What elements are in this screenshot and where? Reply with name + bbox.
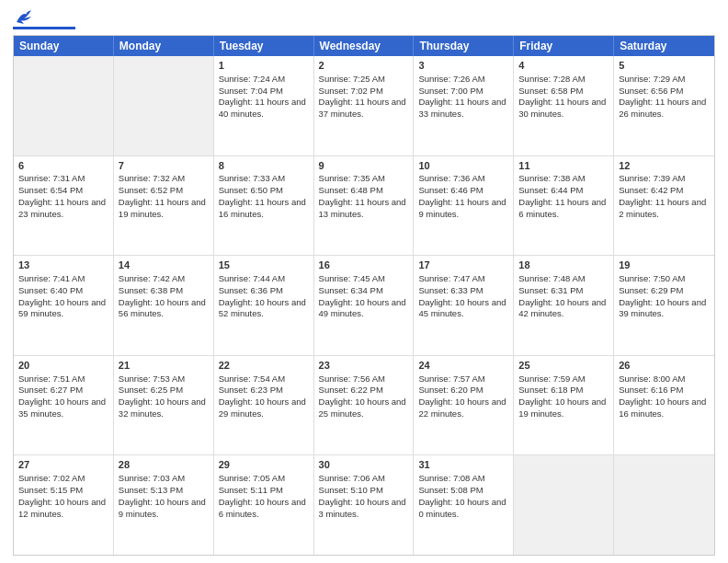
daylight-text: Daylight: 11 hours and 16 minutes. bbox=[219, 197, 306, 219]
daylight-text: Daylight: 10 hours and 42 minutes. bbox=[518, 297, 606, 319]
daylight-text: Daylight: 11 hours and 13 minutes. bbox=[319, 197, 406, 219]
sunset-text: Sunset: 7:00 PM bbox=[418, 86, 483, 96]
sunrise-text: Sunrise: 7:41 AM bbox=[18, 273, 85, 283]
calendar-cell bbox=[14, 56, 114, 155]
sunrise-text: Sunrise: 7:44 AM bbox=[219, 273, 285, 283]
day-number: 22 bbox=[219, 359, 309, 373]
header bbox=[13, 9, 715, 29]
day-number: 28 bbox=[119, 458, 209, 472]
calendar-body: 1Sunrise: 7:24 AMSunset: 7:04 PMDaylight… bbox=[14, 56, 714, 555]
sunset-text: Sunset: 7:02 PM bbox=[319, 86, 383, 96]
day-number: 18 bbox=[518, 259, 609, 272]
sunset-text: Sunset: 6:20 PM bbox=[418, 385, 483, 395]
daylight-text: Daylight: 11 hours and 9 minutes. bbox=[418, 197, 506, 219]
header-day-sunday: Sunday bbox=[14, 36, 114, 56]
header-day-saturday: Saturday bbox=[614, 36, 714, 56]
sunrise-text: Sunrise: 7:29 AM bbox=[619, 74, 685, 84]
sunrise-text: Sunrise: 7:45 AM bbox=[319, 273, 385, 283]
daylight-text: Daylight: 11 hours and 37 minutes. bbox=[319, 97, 406, 119]
day-number: 30 bbox=[319, 458, 409, 472]
daylight-text: Daylight: 11 hours and 40 minutes. bbox=[219, 97, 306, 119]
daylight-text: Daylight: 11 hours and 23 minutes. bbox=[18, 197, 106, 219]
calendar-row-0: 1Sunrise: 7:24 AMSunset: 7:04 PMDaylight… bbox=[14, 56, 714, 156]
sunset-text: Sunset: 6:54 PM bbox=[18, 185, 83, 195]
day-number: 10 bbox=[418, 159, 508, 173]
day-number: 12 bbox=[619, 159, 710, 173]
daylight-text: Daylight: 10 hours and 0 minutes. bbox=[418, 497, 506, 519]
calendar-cell bbox=[514, 455, 614, 555]
calendar-cell: 15Sunrise: 7:44 AMSunset: 6:36 PMDayligh… bbox=[214, 256, 314, 355]
day-number: 5 bbox=[619, 59, 710, 73]
day-number: 15 bbox=[219, 259, 309, 272]
calendar-cell: 28Sunrise: 7:03 AMSunset: 5:13 PMDayligh… bbox=[114, 455, 214, 555]
calendar-cell: 6Sunrise: 7:31 AMSunset: 6:54 PMDaylight… bbox=[14, 156, 114, 256]
sunset-text: Sunset: 5:10 PM bbox=[319, 485, 383, 495]
day-number: 20 bbox=[18, 359, 108, 373]
calendar-cell: 8Sunrise: 7:33 AMSunset: 6:50 PMDaylight… bbox=[214, 156, 314, 256]
calendar: SundayMondayTuesdayWednesdayThursdayFrid… bbox=[13, 35, 715, 556]
header-day-tuesday: Tuesday bbox=[214, 36, 314, 56]
sunset-text: Sunset: 6:46 PM bbox=[418, 185, 483, 195]
daylight-text: Daylight: 10 hours and 29 minutes. bbox=[219, 396, 306, 419]
sunset-text: Sunset: 6:23 PM bbox=[219, 385, 283, 395]
header-day-thursday: Thursday bbox=[414, 36, 514, 56]
calendar-cell: 9Sunrise: 7:35 AMSunset: 6:48 PMDaylight… bbox=[314, 156, 415, 256]
daylight-text: Daylight: 10 hours and 59 minutes. bbox=[18, 297, 106, 319]
calendar-cell: 11Sunrise: 7:38 AMSunset: 6:44 PMDayligh… bbox=[514, 156, 614, 256]
sunrise-text: Sunrise: 7:35 AM bbox=[319, 173, 385, 183]
sunset-text: Sunset: 5:11 PM bbox=[219, 485, 283, 495]
calendar-cell: 10Sunrise: 7:36 AMSunset: 6:46 PMDayligh… bbox=[414, 156, 514, 256]
calendar-row-2: 13Sunrise: 7:41 AMSunset: 6:40 PMDayligh… bbox=[14, 256, 714, 356]
sunset-text: Sunset: 6:40 PM bbox=[18, 285, 83, 295]
sunrise-text: Sunrise: 8:00 AM bbox=[619, 373, 685, 384]
daylight-text: Daylight: 10 hours and 45 minutes. bbox=[418, 297, 506, 319]
calendar-row-1: 6Sunrise: 7:31 AMSunset: 6:54 PMDaylight… bbox=[14, 156, 714, 257]
calendar-cell: 1Sunrise: 7:24 AMSunset: 7:04 PMDaylight… bbox=[214, 56, 314, 155]
sunrise-text: Sunrise: 7:54 AM bbox=[219, 373, 285, 384]
sunset-text: Sunset: 6:36 PM bbox=[219, 285, 283, 295]
calendar-cell: 3Sunrise: 7:26 AMSunset: 7:00 PMDaylight… bbox=[414, 56, 514, 155]
logo-underline bbox=[13, 27, 75, 29]
daylight-text: Daylight: 11 hours and 19 minutes. bbox=[119, 197, 206, 219]
sunrise-text: Sunrise: 7:42 AM bbox=[119, 273, 185, 283]
daylight-text: Daylight: 10 hours and 52 minutes. bbox=[219, 297, 306, 319]
daylight-text: Daylight: 11 hours and 33 minutes. bbox=[418, 97, 506, 119]
sunrise-text: Sunrise: 7:32 AM bbox=[119, 173, 185, 183]
sunset-text: Sunset: 6:29 PM bbox=[619, 285, 683, 295]
sunset-text: Sunset: 5:08 PM bbox=[418, 485, 483, 495]
sunrise-text: Sunrise: 7:57 AM bbox=[418, 373, 484, 384]
sunset-text: Sunset: 6:48 PM bbox=[319, 185, 383, 195]
sunset-text: Sunset: 5:13 PM bbox=[119, 485, 183, 495]
sunset-text: Sunset: 6:52 PM bbox=[119, 185, 183, 195]
header-day-monday: Monday bbox=[114, 36, 214, 56]
calendar-cell bbox=[114, 56, 214, 155]
calendar-cell: 4Sunrise: 7:28 AMSunset: 6:58 PMDaylight… bbox=[514, 56, 614, 155]
sunset-text: Sunset: 6:44 PM bbox=[518, 185, 583, 195]
sunrise-text: Sunrise: 7:08 AM bbox=[418, 473, 484, 483]
calendar-cell: 20Sunrise: 7:51 AMSunset: 6:27 PMDayligh… bbox=[14, 356, 114, 455]
calendar-cell: 30Sunrise: 7:06 AMSunset: 5:10 PMDayligh… bbox=[314, 455, 415, 555]
sunrise-text: Sunrise: 7:02 AM bbox=[18, 473, 85, 483]
day-number: 11 bbox=[518, 159, 609, 173]
day-number: 31 bbox=[418, 458, 508, 472]
sunrise-text: Sunrise: 7:59 AM bbox=[518, 373, 585, 384]
sunrise-text: Sunrise: 7:36 AM bbox=[418, 173, 484, 183]
daylight-text: Daylight: 10 hours and 25 minutes. bbox=[319, 396, 406, 419]
daylight-text: Daylight: 10 hours and 12 minutes. bbox=[18, 497, 106, 519]
sunset-text: Sunset: 6:16 PM bbox=[619, 385, 683, 395]
sunrise-text: Sunrise: 7:03 AM bbox=[119, 473, 185, 483]
day-number: 6 bbox=[18, 159, 108, 173]
calendar-cell: 14Sunrise: 7:42 AMSunset: 6:38 PMDayligh… bbox=[114, 256, 214, 355]
sunrise-text: Sunrise: 7:05 AM bbox=[219, 473, 285, 483]
day-number: 16 bbox=[319, 259, 409, 272]
header-day-friday: Friday bbox=[514, 36, 614, 56]
sunset-text: Sunset: 6:33 PM bbox=[418, 285, 483, 295]
sunrise-text: Sunrise: 7:06 AM bbox=[319, 473, 385, 483]
calendar-cell: 26Sunrise: 8:00 AMSunset: 6:16 PMDayligh… bbox=[614, 356, 714, 455]
daylight-text: Daylight: 11 hours and 2 minutes. bbox=[619, 197, 706, 219]
calendar-cell: 23Sunrise: 7:56 AMSunset: 6:22 PMDayligh… bbox=[314, 356, 415, 455]
sunset-text: Sunset: 6:27 PM bbox=[18, 385, 83, 395]
day-number: 27 bbox=[18, 458, 108, 472]
day-number: 7 bbox=[119, 159, 209, 173]
sunset-text: Sunset: 5:15 PM bbox=[18, 485, 83, 495]
